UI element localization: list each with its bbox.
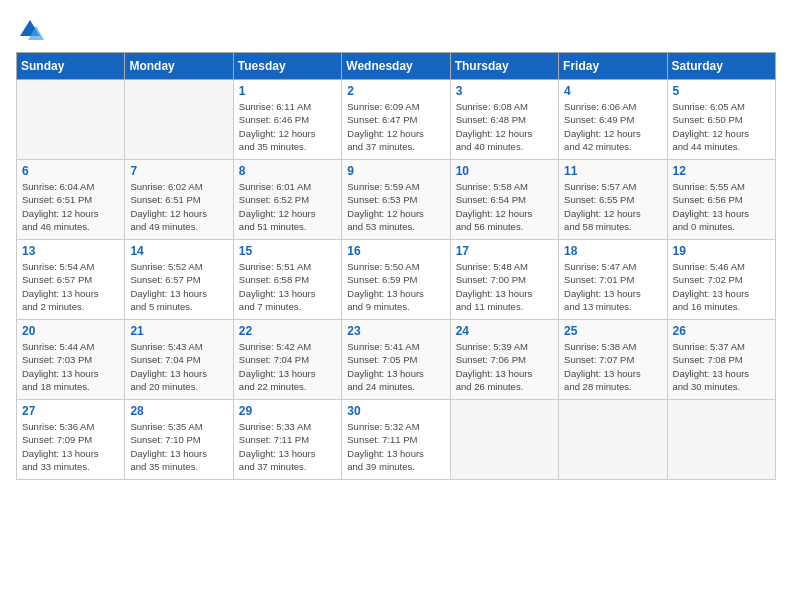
day-number: 20: [22, 324, 119, 338]
day-info: Sunrise: 5:33 AM Sunset: 7:11 PM Dayligh…: [239, 420, 336, 473]
day-info: Sunrise: 5:46 AM Sunset: 7:02 PM Dayligh…: [673, 260, 770, 313]
calendar-cell: 12Sunrise: 5:55 AM Sunset: 6:56 PM Dayli…: [667, 160, 775, 240]
day-number: 14: [130, 244, 227, 258]
day-number: 6: [22, 164, 119, 178]
logo-icon: [16, 16, 44, 44]
calendar-cell: 25Sunrise: 5:38 AM Sunset: 7:07 PM Dayli…: [559, 320, 667, 400]
calendar-cell: 30Sunrise: 5:32 AM Sunset: 7:11 PM Dayli…: [342, 400, 450, 480]
calendar-cell: 4Sunrise: 6:06 AM Sunset: 6:49 PM Daylig…: [559, 80, 667, 160]
day-number: 30: [347, 404, 444, 418]
day-info: Sunrise: 6:02 AM Sunset: 6:51 PM Dayligh…: [130, 180, 227, 233]
calendar-cell: [559, 400, 667, 480]
calendar-cell: 15Sunrise: 5:51 AM Sunset: 6:58 PM Dayli…: [233, 240, 341, 320]
day-info: Sunrise: 5:32 AM Sunset: 7:11 PM Dayligh…: [347, 420, 444, 473]
calendar-cell: 6Sunrise: 6:04 AM Sunset: 6:51 PM Daylig…: [17, 160, 125, 240]
calendar-body: 1Sunrise: 6:11 AM Sunset: 6:46 PM Daylig…: [17, 80, 776, 480]
day-of-week-header: Monday: [125, 53, 233, 80]
day-of-week-header: Saturday: [667, 53, 775, 80]
day-number: 17: [456, 244, 553, 258]
calendar-cell: 3Sunrise: 6:08 AM Sunset: 6:48 PM Daylig…: [450, 80, 558, 160]
day-info: Sunrise: 6:08 AM Sunset: 6:48 PM Dayligh…: [456, 100, 553, 153]
calendar-cell: 11Sunrise: 5:57 AM Sunset: 6:55 PM Dayli…: [559, 160, 667, 240]
day-of-week-header: Thursday: [450, 53, 558, 80]
calendar-cell: 5Sunrise: 6:05 AM Sunset: 6:50 PM Daylig…: [667, 80, 775, 160]
day-info: Sunrise: 5:48 AM Sunset: 7:00 PM Dayligh…: [456, 260, 553, 313]
calendar-cell: 9Sunrise: 5:59 AM Sunset: 6:53 PM Daylig…: [342, 160, 450, 240]
day-info: Sunrise: 5:43 AM Sunset: 7:04 PM Dayligh…: [130, 340, 227, 393]
calendar-cell: 18Sunrise: 5:47 AM Sunset: 7:01 PM Dayli…: [559, 240, 667, 320]
day-number: 24: [456, 324, 553, 338]
calendar-cell: 23Sunrise: 5:41 AM Sunset: 7:05 PM Dayli…: [342, 320, 450, 400]
calendar-cell: 17Sunrise: 5:48 AM Sunset: 7:00 PM Dayli…: [450, 240, 558, 320]
day-number: 19: [673, 244, 770, 258]
calendar-header-row: SundayMondayTuesdayWednesdayThursdayFrid…: [17, 53, 776, 80]
calendar-cell: 10Sunrise: 5:58 AM Sunset: 6:54 PM Dayli…: [450, 160, 558, 240]
day-info: Sunrise: 6:01 AM Sunset: 6:52 PM Dayligh…: [239, 180, 336, 233]
day-number: 29: [239, 404, 336, 418]
header: [16, 16, 776, 44]
calendar-cell: 1Sunrise: 6:11 AM Sunset: 6:46 PM Daylig…: [233, 80, 341, 160]
day-number: 27: [22, 404, 119, 418]
day-number: 18: [564, 244, 661, 258]
day-info: Sunrise: 5:51 AM Sunset: 6:58 PM Dayligh…: [239, 260, 336, 313]
day-number: 5: [673, 84, 770, 98]
day-info: Sunrise: 5:38 AM Sunset: 7:07 PM Dayligh…: [564, 340, 661, 393]
day-info: Sunrise: 5:37 AM Sunset: 7:08 PM Dayligh…: [673, 340, 770, 393]
day-info: Sunrise: 5:57 AM Sunset: 6:55 PM Dayligh…: [564, 180, 661, 233]
calendar-cell: 24Sunrise: 5:39 AM Sunset: 7:06 PM Dayli…: [450, 320, 558, 400]
calendar-cell: 22Sunrise: 5:42 AM Sunset: 7:04 PM Dayli…: [233, 320, 341, 400]
day-info: Sunrise: 5:52 AM Sunset: 6:57 PM Dayligh…: [130, 260, 227, 313]
day-info: Sunrise: 6:05 AM Sunset: 6:50 PM Dayligh…: [673, 100, 770, 153]
day-info: Sunrise: 5:42 AM Sunset: 7:04 PM Dayligh…: [239, 340, 336, 393]
day-info: Sunrise: 5:55 AM Sunset: 6:56 PM Dayligh…: [673, 180, 770, 233]
day-info: Sunrise: 5:35 AM Sunset: 7:10 PM Dayligh…: [130, 420, 227, 473]
day-info: Sunrise: 5:50 AM Sunset: 6:59 PM Dayligh…: [347, 260, 444, 313]
day-number: 9: [347, 164, 444, 178]
day-number: 25: [564, 324, 661, 338]
calendar-cell: 7Sunrise: 6:02 AM Sunset: 6:51 PM Daylig…: [125, 160, 233, 240]
calendar-cell: 20Sunrise: 5:44 AM Sunset: 7:03 PM Dayli…: [17, 320, 125, 400]
calendar-cell: 26Sunrise: 5:37 AM Sunset: 7:08 PM Dayli…: [667, 320, 775, 400]
calendar-week-row: 13Sunrise: 5:54 AM Sunset: 6:57 PM Dayli…: [17, 240, 776, 320]
calendar-cell: 19Sunrise: 5:46 AM Sunset: 7:02 PM Dayli…: [667, 240, 775, 320]
day-number: 2: [347, 84, 444, 98]
calendar-cell: 16Sunrise: 5:50 AM Sunset: 6:59 PM Dayli…: [342, 240, 450, 320]
calendar-table: SundayMondayTuesdayWednesdayThursdayFrid…: [16, 52, 776, 480]
day-info: Sunrise: 5:36 AM Sunset: 7:09 PM Dayligh…: [22, 420, 119, 473]
day-number: 1: [239, 84, 336, 98]
day-of-week-header: Sunday: [17, 53, 125, 80]
day-info: Sunrise: 6:04 AM Sunset: 6:51 PM Dayligh…: [22, 180, 119, 233]
day-number: 28: [130, 404, 227, 418]
day-of-week-header: Friday: [559, 53, 667, 80]
calendar-cell: 27Sunrise: 5:36 AM Sunset: 7:09 PM Dayli…: [17, 400, 125, 480]
day-info: Sunrise: 5:59 AM Sunset: 6:53 PM Dayligh…: [347, 180, 444, 233]
day-number: 4: [564, 84, 661, 98]
day-info: Sunrise: 5:41 AM Sunset: 7:05 PM Dayligh…: [347, 340, 444, 393]
logo: [16, 16, 48, 44]
calendar-week-row: 20Sunrise: 5:44 AM Sunset: 7:03 PM Dayli…: [17, 320, 776, 400]
calendar-cell: [450, 400, 558, 480]
day-info: Sunrise: 6:09 AM Sunset: 6:47 PM Dayligh…: [347, 100, 444, 153]
day-number: 12: [673, 164, 770, 178]
calendar-week-row: 27Sunrise: 5:36 AM Sunset: 7:09 PM Dayli…: [17, 400, 776, 480]
day-info: Sunrise: 6:11 AM Sunset: 6:46 PM Dayligh…: [239, 100, 336, 153]
day-number: 16: [347, 244, 444, 258]
calendar-cell: 28Sunrise: 5:35 AM Sunset: 7:10 PM Dayli…: [125, 400, 233, 480]
day-info: Sunrise: 5:39 AM Sunset: 7:06 PM Dayligh…: [456, 340, 553, 393]
day-number: 3: [456, 84, 553, 98]
day-number: 13: [22, 244, 119, 258]
day-number: 15: [239, 244, 336, 258]
day-of-week-header: Wednesday: [342, 53, 450, 80]
day-number: 7: [130, 164, 227, 178]
calendar-cell: [667, 400, 775, 480]
calendar-cell: 8Sunrise: 6:01 AM Sunset: 6:52 PM Daylig…: [233, 160, 341, 240]
calendar-week-row: 1Sunrise: 6:11 AM Sunset: 6:46 PM Daylig…: [17, 80, 776, 160]
day-number: 10: [456, 164, 553, 178]
calendar-cell: 13Sunrise: 5:54 AM Sunset: 6:57 PM Dayli…: [17, 240, 125, 320]
day-number: 26: [673, 324, 770, 338]
calendar-cell: 14Sunrise: 5:52 AM Sunset: 6:57 PM Dayli…: [125, 240, 233, 320]
calendar-cell: [17, 80, 125, 160]
day-number: 23: [347, 324, 444, 338]
day-number: 21: [130, 324, 227, 338]
calendar-cell: 21Sunrise: 5:43 AM Sunset: 7:04 PM Dayli…: [125, 320, 233, 400]
